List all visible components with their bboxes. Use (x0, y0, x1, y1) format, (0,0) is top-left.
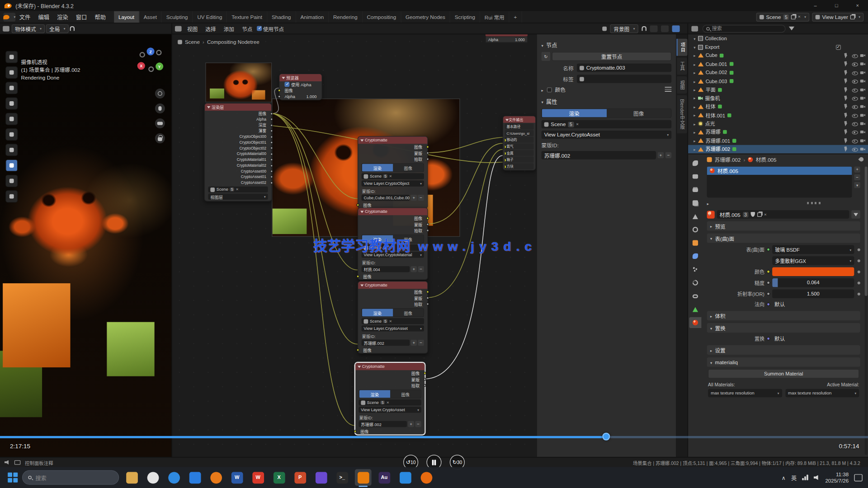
expand-icon[interactable] (707, 200, 709, 206)
users-count-badge[interactable]: 3 (743, 211, 749, 217)
unlink-icon[interactable]: × (387, 400, 389, 405)
render-visibility-icon[interactable] (860, 146, 866, 152)
mode-selector[interactable]: 物体模式 (12, 24, 45, 33)
matte-add-button[interactable]: + (408, 421, 414, 427)
remove-slot-button[interactable]: − (854, 174, 860, 180)
selectable-icon[interactable] (843, 78, 849, 84)
unlink-icon[interactable]: × (389, 319, 392, 324)
hide-viewport-icon[interactable] (851, 121, 857, 127)
normal-value[interactable]: 默认 (772, 300, 785, 308)
decorator-icon[interactable] (858, 282, 860, 284)
expand-icon[interactable] (693, 95, 695, 101)
node-header[interactable]: 预览器 (279, 74, 321, 81)
media-app-icon[interactable] (208, 469, 224, 486)
outliner-row[interactable]: Cube.001 (688, 60, 868, 68)
collection-checkbox[interactable] (836, 45, 841, 50)
editor-type-icon[interactable] (175, 26, 182, 31)
selectable-icon[interactable] (843, 87, 849, 93)
workspace-tab[interactable]: Texture Paint (227, 11, 267, 23)
view-layer-tab[interactable] (689, 197, 701, 208)
blender-menu-icon[interactable] (3, 13, 15, 22)
clock[interactable]: 11:38 2025/7/26 (825, 471, 849, 483)
firefox-icon[interactable] (418, 469, 434, 486)
matte-add-button[interactable]: + (411, 266, 417, 272)
workspace-tab[interactable]: Compositing (363, 11, 401, 23)
hide-viewport-icon[interactable] (851, 61, 857, 67)
view-layer-selector[interactable]: View Layer (812, 13, 864, 22)
meeting-app-icon[interactable] (187, 469, 203, 486)
render-visibility-icon[interactable] (860, 70, 866, 75)
surface-shader-select[interactable]: 玻璃 BSDF (772, 245, 854, 254)
source-toggle[interactable]: 渲染 图像 (362, 163, 424, 172)
render-tab[interactable] (689, 171, 701, 182)
workspace-tab[interactable]: Rui 常用 (480, 11, 509, 23)
node-header[interactable]: Cryptomatte (355, 363, 425, 370)
node-label-field[interactable] (577, 75, 671, 83)
crypto-layer-select[interactable]: View Layer.CryptoAsset (362, 325, 424, 331)
video-progress-bar[interactable] (0, 436, 868, 438)
selectable-icon[interactable] (843, 61, 849, 67)
hide-viewport-icon[interactable] (851, 52, 857, 58)
workspace-tab[interactable]: Rendering (329, 11, 363, 23)
object-tab[interactable] (689, 237, 701, 248)
image-tab[interactable]: 图像 (606, 109, 671, 117)
select-box-tool[interactable] (5, 51, 18, 63)
material-name-field[interactable]: 材质.005 3 × (717, 210, 849, 218)
workspace-tab[interactable]: Asset (139, 11, 162, 23)
material-filter-button[interactable] (851, 210, 860, 218)
hide-viewport-icon[interactable] (851, 87, 857, 93)
color-checkbox[interactable] (547, 87, 552, 92)
scene-selector[interactable]: Scene 5 × (362, 318, 424, 324)
pan-hand-icon[interactable] (155, 103, 165, 113)
start-button[interactable] (8, 473, 18, 483)
hide-viewport-icon[interactable] (851, 112, 857, 118)
unlink-scene-icon[interactable]: × (798, 14, 801, 19)
z-neg-axis-icon[interactable] (148, 66, 154, 72)
constraints-tab[interactable] (689, 291, 701, 301)
refresh-icon[interactable]: ↻ (542, 52, 551, 61)
decorator-icon[interactable] (858, 270, 860, 273)
volume-icon[interactable] (5, 460, 10, 465)
menu-item[interactable]: 视图 (184, 24, 201, 32)
matte-remove-button[interactable]: − (665, 152, 671, 158)
selectable-icon[interactable] (843, 121, 849, 127)
render-visibility-icon[interactable] (860, 87, 866, 93)
physics-tab[interactable] (689, 277, 701, 288)
workspace-tab[interactable]: Shading (267, 11, 296, 23)
outliner-row[interactable]: Collection (688, 34, 868, 43)
decorator-icon[interactable] (858, 292, 860, 295)
ime-indicator[interactable]: 英 (791, 474, 797, 482)
menu-item[interactable]: 文件 (15, 11, 34, 23)
output-tab[interactable] (689, 184, 701, 195)
world-tab[interactable] (689, 224, 701, 235)
matte-id-field[interactable]: Cube,Cube.001,Cube.002 (362, 195, 410, 201)
matte-remove-button[interactable]: − (418, 340, 424, 346)
node-header[interactable]: 文件输出 (503, 116, 535, 123)
outliner-row[interactable]: 柱体.001 (688, 111, 868, 120)
workspace-tab[interactable]: UV Editing (193, 11, 227, 23)
outliner-row[interactable]: 点光 (688, 119, 868, 128)
sidebar-tab[interactable]: 工具 (677, 57, 687, 75)
material-browse-icon[interactable] (707, 211, 715, 218)
outliner-row[interactable]: Cube.002 (688, 68, 868, 77)
render-tab[interactable]: 渲染 (542, 109, 607, 117)
workspace-tab[interactable]: Geometry Nodes (401, 11, 450, 23)
unlink-icon[interactable]: × (389, 174, 392, 178)
y-neg-axis-icon[interactable] (156, 50, 161, 55)
hide-viewport-icon[interactable] (851, 103, 857, 109)
menu-item[interactable]: 节点 (239, 24, 256, 32)
cryptomatte-node[interactable]: Cryptomatte 图像 蒙版 拾取 渲染 图像 Scene 5 × Vie… (358, 136, 428, 208)
menu-item[interactable]: 编辑 (34, 11, 53, 23)
minimize-button[interactable]: – (805, 0, 826, 11)
expand-icon[interactable] (693, 104, 695, 109)
material-tab[interactable] (689, 317, 701, 328)
menu-item[interactable]: 窗口 (72, 11, 91, 23)
rotate-tool[interactable] (5, 98, 18, 110)
use-nodes-checkbox[interactable] (257, 26, 262, 31)
tray-expand-icon[interactable]: ∧ (782, 474, 786, 480)
crypto-layer-select[interactable]: View Layer.CryptoObject (362, 180, 424, 186)
roughness-slider[interactable]: 0.064 (772, 278, 854, 287)
workspace-tab[interactable]: Layout (114, 11, 139, 23)
object-data-tab[interactable] (689, 304, 701, 314)
outliner-row[interactable]: 苏珊娜.001 (688, 136, 868, 145)
